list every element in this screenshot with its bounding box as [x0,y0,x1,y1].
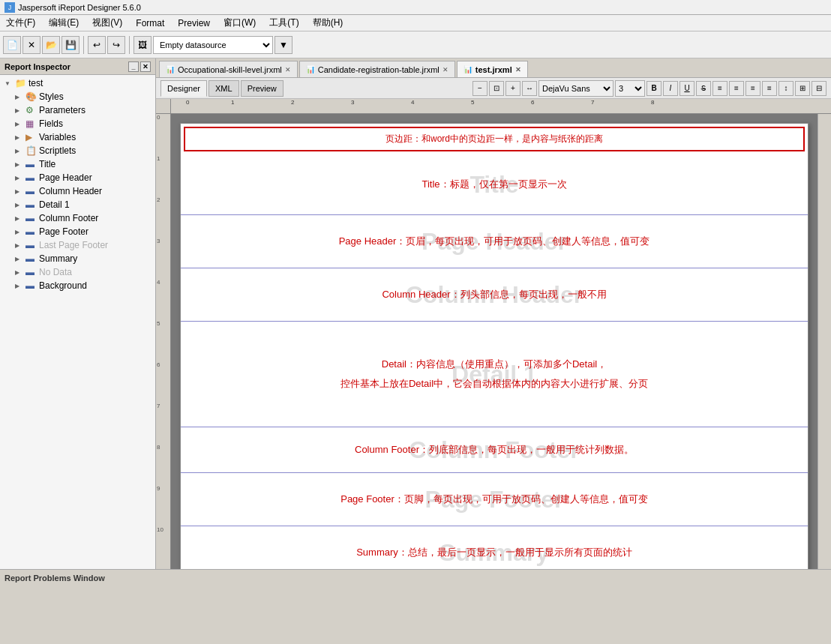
tree-icon-section: ▬ [26,213,38,223]
tree-expand-icon: ▶ [15,94,24,100]
bold-btn[interactable]: B [646,81,662,96]
tree-item-background[interactable]: ▶ ▬ Background [2,279,154,292]
tree-area: ▼ 📁 test ▶ 🎨 Styles ▶ ⚙ Parameters ▶ ▦ F… [0,75,155,569]
tree-item-test[interactable]: ▼ 📁 test [2,76,154,90]
tree-label: Parameters [39,105,86,115]
tree-item-no-data[interactable]: ▶ ▬ No Data [2,265,154,279]
menu-window[interactable]: 窗口(W) [220,15,259,31]
designer-btn[interactable]: Designer [160,80,207,97]
sep2 [129,36,130,54]
content-area: 📊Occupational-skill-level.jrxml✕📊Candida… [156,58,831,569]
tab-0[interactable]: 📊Occupational-skill-level.jrxml✕ [159,61,298,77]
menu-file[interactable]: 文件(F) [3,15,38,31]
dropdown-arrow[interactable]: ▼ [274,36,292,54]
tree-icon-section: ▬ [26,280,38,291]
tree-item-parameters[interactable]: ▶ ⚙ Parameters [2,103,154,117]
tree-item-page-header[interactable]: ▶ ▬ Page Header [2,171,154,184]
tree-item-column-header[interactable]: ▶ ▬ Column Header [2,184,154,198]
ruler-tick-3: 3 [351,99,354,106]
align-center-btn[interactable]: ≡ [729,81,744,96]
menu-preview[interactable]: Preview [175,16,213,30]
redo-button[interactable]: ↪ [107,36,125,54]
underline-btn[interactable]: U [680,81,694,96]
ruler-v-tick-11: 11 [157,568,164,569]
datasource-select[interactable]: Empty datasource [153,36,273,54]
tree-label: Scriptlets [39,145,76,156]
tree-item-last-page-footer[interactable]: ▶ ▬ Last Page Footer [2,238,154,252]
tree-label: Title [39,159,56,169]
tab-1[interactable]: 📊Candidate-registration-table.jrxml✕ [299,61,455,77]
xml-btn[interactable]: XML [208,80,239,97]
ruler-ticks: 0 1 2 3 4 5 6 7 8 [171,99,831,113]
tab-2[interactable]: 📊test.jrxml✕ [457,61,528,77]
align-right-btn[interactable]: ≡ [746,81,760,96]
ruler-tick-0: 0 [186,99,189,106]
tree-item-column-footer[interactable]: ▶ ▬ Column Footer [2,211,154,225]
menu-help[interactable]: 帮助(H) [310,15,346,31]
tree-label: Fields [39,118,63,129]
tree-icon-section: ▬ [26,253,38,264]
tab-close-1[interactable]: ✕ [442,66,448,73]
toolbar: 📄 ✕ 📂 💾 ↩ ↪ 🖼 Empty datasource ▼ [0,31,831,58]
menu-format[interactable]: Format [133,16,167,30]
ruler-tick-8: 8 [651,99,654,106]
designer-scroll[interactable]: 0 1 2 3 4 5 6 7 8 [156,99,831,569]
tree-expand-icon: ▼ [4,80,14,87]
tree-expand-icon: ▶ [15,283,24,289]
column-footer-text: Column Footer：列底部信息，每页出现，一般用于统计列数据。 [349,440,640,460]
image-button[interactable]: 🖼 [134,36,152,54]
menu-view[interactable]: 视图(V) [89,15,125,31]
tree-item-page-footer[interactable]: ▶ ▬ Page Footer [2,225,154,238]
tab-icon-2: 📊 [464,65,472,73]
tab-bar: 📊Occupational-skill-level.jrxml✕📊Candida… [156,58,831,78]
panel-close-btn[interactable]: ✕ [140,61,151,72]
designer-inner: 0 1 2 3 4 5 6 7 8 [156,99,831,569]
panel-header-buttons: _ ✕ [128,61,151,72]
new-button[interactable]: 📄 [3,36,21,54]
stretch-btn[interactable]: ↕ [778,81,794,96]
ruler-area: 0 1 2 3 4 5 6 7 8 [156,99,831,114]
tree-expand-icon: ▶ [15,121,24,127]
strikethrough-btn[interactable]: S̶ [696,81,711,96]
align-justify-btn[interactable]: ≡ [762,81,777,96]
tab-close-2[interactable]: ✕ [515,66,521,73]
tree-icon-section: ▬ [26,159,38,169]
font-size-select[interactable]: 3 [615,80,645,97]
zoom-in-btn[interactable]: + [506,81,520,96]
menu-edit[interactable]: 编辑(E) [46,15,82,31]
preview-btn[interactable]: Preview [241,80,284,97]
layout-btn[interactable]: ⊟ [812,81,826,96]
tree-item-fields[interactable]: ▶ ▦ Fields [2,117,154,130]
summary-section: Summary Summary：总结，最后一页显示，一般用于显示所有页面的统计 [181,526,808,569]
tab-close-0[interactable]: ✕ [285,66,291,73]
tree-item-variables[interactable]: ▶ ▶ Variables [2,130,154,144]
fit-container-btn[interactable]: ⊞ [795,81,810,96]
tree-icon-section: ▬ [26,172,38,183]
title-bar-text: Jaspersoft iReport Designer 5.6.0 [18,3,141,12]
tree-label: Column Footer [39,213,98,223]
save-button[interactable]: 💾 [62,36,80,54]
ruler-horizontal: 0 1 2 3 4 5 6 7 8 [171,99,831,114]
fit-width-btn[interactable]: ↔ [522,81,537,96]
tree-item-scriptlets[interactable]: ▶ 📋 Scriptlets [2,144,154,157]
tree-item-detail-1[interactable]: ▶ ▬ Detail 1 [2,198,154,211]
page-footer-inner: Page Footer Page Footer：页脚，每页出现，可用于放页码、创… [181,473,808,526]
tree-item-summary[interactable]: ▶ ▬ Summary [2,252,154,265]
zoom-out-btn[interactable]: − [472,81,488,96]
title-section: Title Title：标题，仅在第一页显示一次 [181,154,808,215]
detail1-inner: Detail 1 Detail：内容信息（使用重点），可添加多个Detail， … [181,322,808,427]
tree-item-title[interactable]: ▶ ▬ Title [2,157,154,171]
close-button[interactable]: ✕ [22,36,40,54]
panel-minimize-btn[interactable]: _ [128,61,139,72]
menu-tools[interactable]: 工具(T) [266,15,302,31]
tree-item-styles[interactable]: ▶ 🎨 Styles [2,90,154,103]
canvas-area: 页边距：和word中的页边距一样，是内容与纸张的距离 Title Title：标… [171,114,818,569]
ruler-tick-7: 7 [591,99,594,106]
undo-button[interactable]: ↩ [88,36,106,54]
open-button[interactable]: 📂 [42,36,60,54]
fit-btn[interactable]: ⊡ [489,81,504,96]
tree-expand-icon: ▶ [15,242,24,249]
align-left-btn[interactable]: ≡ [712,81,728,96]
font-select[interactable]: DejaVu Sans [538,80,614,97]
italic-btn[interactable]: I [663,81,678,96]
